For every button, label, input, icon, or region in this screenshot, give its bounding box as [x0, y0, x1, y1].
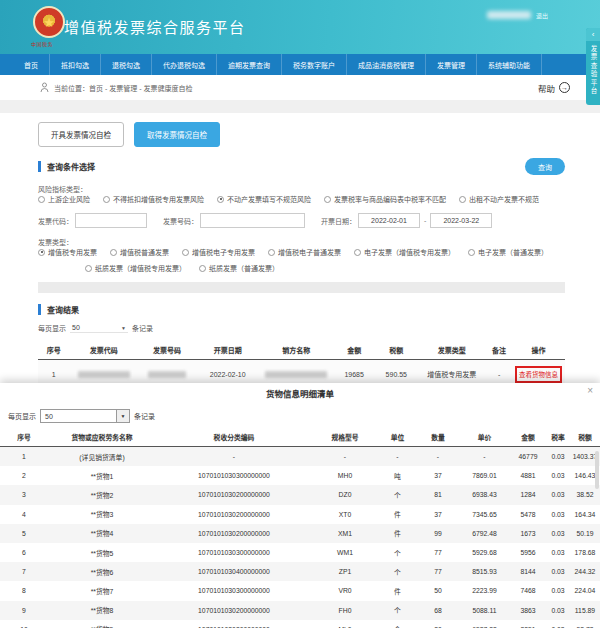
scrollbar-thumb[interactable] [595, 451, 599, 489]
radio-label: 电子发票（增值税专用发票） [364, 247, 455, 257]
cell: **货物3 [48, 505, 156, 524]
cell: 37 [417, 505, 459, 524]
cell: 164.34 [570, 505, 600, 524]
cell: 8515.93 [459, 562, 510, 581]
cell: 1070101030200000000 [156, 620, 312, 628]
radio-circle-icon [110, 249, 117, 256]
cell: 0.03 [546, 466, 570, 485]
nav-item-2[interactable]: 抵扣勾选 [49, 54, 100, 75]
cell: VR0 [312, 581, 378, 600]
table-row: 1(详见销货清单)-----467790.031403.37 [0, 447, 600, 467]
radio-circle-icon [85, 265, 92, 272]
cell: 77 [417, 562, 459, 581]
cell: - [459, 447, 510, 467]
cell: - [156, 447, 312, 467]
goods-table-body: 1(详见销货清单)-----467790.031403.372**货物11070… [0, 447, 600, 628]
per-page-label: 每页显示 [38, 323, 66, 333]
cell: 6938.43 [459, 485, 510, 504]
cell: 7345.65 [459, 505, 510, 524]
date-from-input[interactable] [358, 213, 420, 228]
cell: 5956 [510, 543, 546, 562]
cell: 1070101030300000000 [156, 581, 312, 600]
view-goods-info-link[interactable]: 查看货物信息 [515, 366, 562, 383]
cell: WM1 [312, 543, 378, 562]
cell: 6987.38 [459, 620, 510, 628]
invoice-code-input[interactable] [75, 213, 147, 228]
radio-option[interactable]: 增值税电子普通发票 [268, 247, 341, 257]
cell: 1070101030200000000 [156, 505, 312, 524]
nav-item-7[interactable]: 成品油消费税管理 [346, 54, 425, 75]
radio-label: 不得抵扣增值税专用发票风险 [113, 194, 204, 204]
radio-option[interactable]: 不动产发票填写不规范风险 [217, 194, 311, 204]
goods-header-row: 序号货物或应税劳务名称税收分类编码规格型号单位数量单价金额税率税额 [0, 428, 600, 447]
invoice-date-label: 开票日期： [321, 216, 356, 226]
cell: 1070101030200000000 [156, 485, 312, 504]
cell: 0.03 [546, 601, 570, 620]
radio-circle-icon [38, 196, 45, 203]
query-button[interactable]: 查询 [525, 158, 565, 175]
cell: 115.89 [570, 601, 600, 620]
radio-option[interactable]: 电子发票（普通发票） [468, 247, 548, 257]
table-row: 7**货物61070101030400000000ZP1个778515.9381… [0, 562, 600, 581]
divider-band [0, 100, 600, 113]
cell: 件 [378, 505, 417, 524]
per-page-select[interactable]: 50 ▼ [70, 323, 128, 333]
table-row: 3**货物21070101030200000000DZ0个816938.4312… [0, 485, 600, 504]
nav-item-4[interactable]: 代办退税勾选 [151, 54, 216, 75]
nav-item-9[interactable]: 系统辅助功能 [476, 54, 542, 75]
help-link[interactable]: 帮助 [538, 82, 555, 94]
invoice-no-input[interactable] [200, 213, 305, 228]
cell: 0.03 [546, 581, 570, 600]
invoice-type-radio-group-row1: 增值税专用发票增值税普通发票增值税电子专用发票增值税电子普通发票电子发票（增值税… [38, 247, 561, 257]
radio-option[interactable]: 上游企业风险 [38, 194, 90, 204]
close-icon[interactable]: × [587, 386, 593, 396]
radio-option[interactable]: 纸质发票（普通发票） [199, 263, 279, 273]
nav-item-3[interactable]: 退税勾选 [100, 54, 151, 75]
radio-label: 电子发票（普通发票） [478, 247, 548, 257]
risk-type-label: 风险指标类型： [38, 184, 87, 194]
breadcrumb: 当前位置：首页 - 发票管理 - 发票健康度自检 [54, 83, 192, 93]
obtained-self-check-button[interactable]: 取得发票情况自检 [134, 122, 220, 147]
radio-label: 纸质发票（普通发票） [209, 263, 279, 273]
radio-option[interactable]: 发票税率与商品编码表中税率不匹配 [324, 194, 446, 204]
radio-option[interactable]: 增值税专用发票 [38, 247, 97, 257]
app-title: 增值税发票综合服务平台 [64, 16, 246, 37]
modal-per-page-select[interactable]: 50 ▼ [40, 409, 130, 423]
invoice-code-label: 发票代码： [38, 216, 73, 226]
query-conditions-title: 查询条件选择 [38, 161, 95, 172]
help-arrow-icon[interactable]: → [559, 82, 570, 93]
national-emblem-logo-icon: ★ [33, 6, 65, 38]
column-header: 金额 [333, 340, 375, 360]
results-table: 序号发票代码发票号码开票日期销方名称金额税额发票类型备注操作 1 2022-02… [38, 340, 565, 389]
breadcrumb-label: 当前位置： [54, 85, 89, 92]
cell: 件 [378, 524, 417, 543]
radio-option[interactable]: 电子发票（增值税专用发票） [354, 247, 455, 257]
nav-item-8[interactable]: 发票管理 [425, 54, 476, 75]
nav-item-5[interactable]: 逾期发票查询 [216, 54, 281, 75]
radio-option[interactable]: 出租不动产发票不规范 [459, 194, 539, 204]
cell: 个 [378, 543, 417, 562]
date-to-input[interactable] [430, 213, 492, 228]
radio-option[interactable]: 增值税普通发票 [110, 247, 169, 257]
cell: 0.03 [546, 524, 570, 543]
cell: **货物7 [48, 581, 156, 600]
nav-item-6[interactable]: 税务数字账户 [281, 54, 346, 75]
issued-self-check-button[interactable]: 开具发票情况自检 [38, 122, 124, 147]
cell: 50 [417, 581, 459, 600]
radio-label: 增值税普通发票 [120, 247, 169, 257]
radio-option[interactable]: 不得抵扣增值税专用发票风险 [103, 194, 204, 204]
radio-option[interactable]: 增值税电子专用发票 [182, 247, 255, 257]
cell: 7468 [510, 581, 546, 600]
app-header: ★ 中国税务 增值税发票综合服务平台 退出 [0, 0, 600, 54]
breadcrumb-row: 当前位置：首页 - 发票管理 - 发票健康度自检 帮助 → [0, 75, 600, 100]
radio-option[interactable]: 纸质发票（增值税专用发票） [85, 263, 186, 273]
invoice-check-side-tab[interactable]: ‹ 发票查验平台 [586, 28, 600, 105]
nav-item-1[interactable]: 首页 [13, 54, 49, 75]
cell: 7869.01 [459, 466, 510, 485]
goods-detail-modal: 货物信息明细清单 × 每页显示 50 ▼ 条记录 序号货物或应税劳务名称税收分类… [0, 383, 600, 628]
cell: 77 [417, 543, 459, 562]
logout-link[interactable]: 退出 [536, 11, 548, 20]
cell: 5478 [510, 505, 546, 524]
column-header: 备注 [486, 340, 512, 360]
cell: **货物4 [48, 524, 156, 543]
